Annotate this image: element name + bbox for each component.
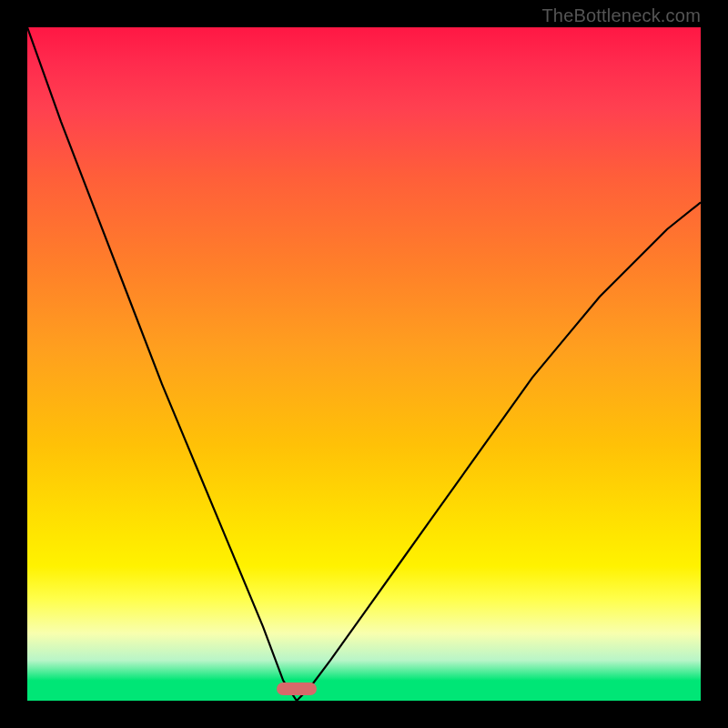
chart-frame: TheBottleneck.com <box>0 0 728 728</box>
optimal-marker <box>277 682 317 695</box>
watermark-text: TheBottleneck.com <box>541 5 701 26</box>
plot-area <box>27 27 701 701</box>
bottleneck-curve <box>27 27 701 701</box>
curve-svg <box>27 27 701 701</box>
